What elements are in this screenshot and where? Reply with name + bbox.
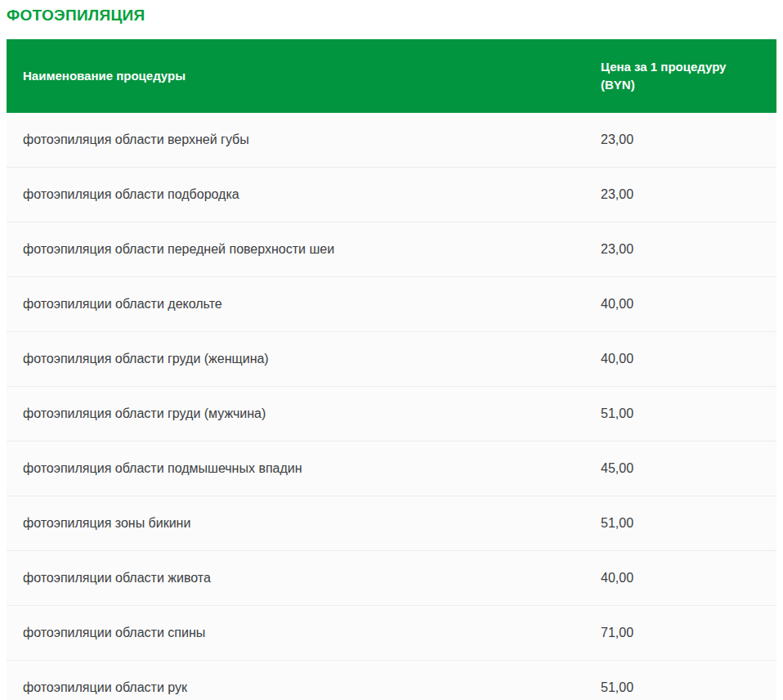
table-row: фотоэпиляция зоны бикини 51,00	[7, 496, 776, 551]
procedure-name-cell: фотоэпиляции области рук	[7, 680, 580, 695]
procedure-name-cell: фотоэпиляция области груди (мужчина)	[7, 406, 580, 421]
table-row: фотоэпиляции области рук 51,00	[7, 661, 776, 700]
table-row: фотоэпиляции области спины 71,00	[7, 606, 776, 661]
table-row: фотоэпиляция области передней поверхност…	[7, 222, 776, 277]
procedure-name-cell: фотоэпиляции области живота	[7, 571, 580, 586]
procedure-price-cell: 40,00	[580, 571, 776, 586]
procedure-name-cell: фотоэпиляция области передней поверхност…	[7, 242, 580, 257]
procedure-name-cell: фотоэпиляция области груди (женщина)	[7, 352, 580, 366]
procedure-price-cell: 71,00	[580, 626, 776, 640]
procedure-price-cell: 40,00	[580, 297, 776, 312]
procedure-name-cell: фотоэпиляция зоны бикини	[7, 516, 580, 531]
page-title: ФОТОЭПИЛЯЦИЯ	[7, 5, 776, 26]
procedure-name-cell: фотоэпиляции области спины	[7, 626, 580, 640]
price-table: Наименование процедуры Цена за 1 процеду…	[7, 39, 776, 700]
table-body: фотоэпиляция области верхней губы 23,00 …	[7, 113, 776, 700]
table-row: фотоэпиляция области груди (мужчина) 51,…	[7, 387, 776, 442]
table-row: фотоэпиляции области живота 40,00	[7, 551, 776, 606]
procedure-name-cell: фотоэпиляция области подбородка	[7, 187, 580, 202]
table-row: фотоэпиляция области подбородка 23,00	[7, 168, 776, 222]
procedure-price-cell: 40,00	[580, 352, 776, 366]
procedure-price-cell: 23,00	[580, 187, 776, 202]
table-row: фотоэпиляция области верхней губы 23,00	[7, 113, 776, 168]
column-header-price-label: Цена за 1 процедуру (BYN)	[601, 58, 744, 94]
procedure-price-cell: 23,00	[580, 132, 776, 147]
table-row: фотоэпиляция области подмышечных впадин …	[7, 442, 776, 496]
price-list-page: ФОТОЭПИЛЯЦИЯ Наименование процедуры Цена…	[0, 0, 783, 700]
column-header-procedure-name: Наименование процедуры	[7, 67, 580, 85]
page-viewport: ФОТОЭПИЛЯЦИЯ Наименование процедуры Цена…	[0, 0, 783, 700]
procedure-price-cell: 23,00	[580, 242, 776, 257]
table-header-row: Наименование процедуры Цена за 1 процеду…	[7, 39, 776, 113]
procedure-name-cell: фотоэпиляция области подмышечных впадин	[7, 461, 580, 476]
procedure-price-cell: 51,00	[580, 516, 776, 531]
table-row: фотоэпиляция области груди (женщина) 40,…	[7, 332, 776, 387]
procedure-price-cell: 51,00	[580, 680, 776, 695]
procedure-name-cell: фотоэпиляции области декольте	[7, 297, 580, 312]
procedure-name-cell: фотоэпиляция области верхней губы	[7, 132, 580, 147]
table-row: фотоэпиляции области декольте 40,00	[7, 277, 776, 332]
procedure-price-cell: 45,00	[580, 461, 776, 476]
procedure-price-cell: 51,00	[580, 406, 776, 421]
column-header-price: Цена за 1 процедуру (BYN)	[580, 58, 776, 94]
